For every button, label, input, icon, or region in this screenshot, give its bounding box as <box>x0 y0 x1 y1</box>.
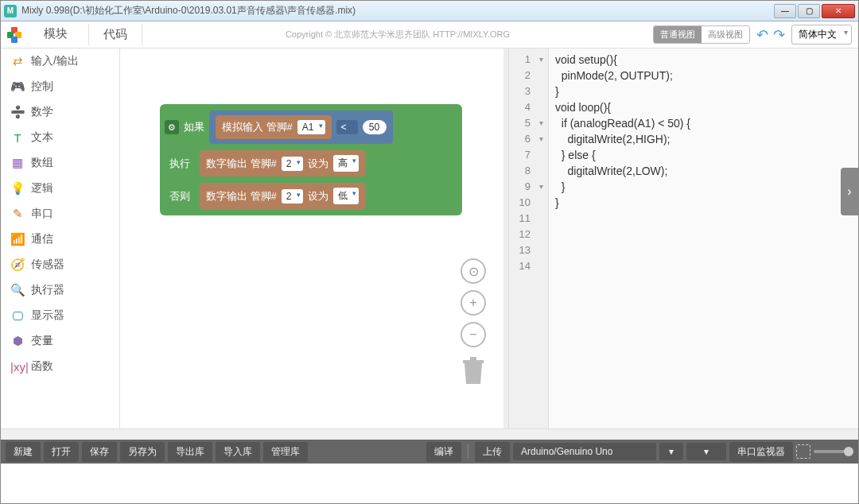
horizontal-scrollbar[interactable] <box>1 428 858 440</box>
category-label: 函数 <box>31 359 53 374</box>
category-icon: ▦ <box>10 156 25 170</box>
open-button[interactable]: 打开 <box>44 442 79 462</box>
zoom-slider[interactable] <box>814 450 853 453</box>
view-normal-button[interactable]: 普通视图 <box>654 26 702 43</box>
category-icon: ⬢ <box>10 334 25 348</box>
category-8[interactable]: 🧭传感器 <box>1 252 119 277</box>
if-block[interactable]: ⚙ 如果 模拟输入 管脚# A1 < 50 执行 <box>160 104 462 215</box>
analog-read-block[interactable]: 模拟输入 管脚# A1 <box>216 115 332 139</box>
exportlib-button[interactable]: 导出库 <box>168 442 212 462</box>
save-button[interactable]: 保存 <box>82 442 117 462</box>
block-program[interactable]: ⚙ 如果 模拟输入 管脚# A1 < 50 执行 <box>160 104 462 215</box>
upload-button[interactable]: 上传 <box>475 442 510 462</box>
category-7[interactable]: 📶通信 <box>1 227 119 252</box>
category-label: 文本 <box>31 130 53 145</box>
zoom-in-button[interactable]: + <box>461 290 486 316</box>
pin-select-2b[interactable]: 2 <box>282 189 303 204</box>
operator-select[interactable]: < <box>336 120 358 134</box>
serial-monitor-button[interactable]: 串口监视器 <box>729 442 793 462</box>
category-icon: ✎ <box>10 207 25 221</box>
zoom-out-button[interactable]: − <box>461 322 486 347</box>
category-label: 传感器 <box>31 258 64 272</box>
importlib-button[interactable]: 导入库 <box>216 442 260 462</box>
maximize-button[interactable]: ▢ <box>798 4 820 18</box>
language-select[interactable]: 简体中文 <box>791 25 852 45</box>
value-low[interactable]: 低 <box>333 188 359 204</box>
else-label: 否则 <box>169 189 190 204</box>
category-5[interactable]: 💡逻辑 <box>1 176 119 201</box>
category-icon: 🖵 <box>10 309 25 323</box>
pin-select-2a[interactable]: 2 <box>282 157 303 171</box>
trash-icon[interactable] <box>459 354 488 389</box>
category-4[interactable]: ▦数组 <box>1 150 119 176</box>
board-dropdown[interactable]: ▾ <box>659 443 683 460</box>
statusbar: 新建 打开 保存 另存为 导出库 导入库 管理库 编译 上传 Arduino/G… <box>1 440 858 463</box>
compare-block[interactable]: 模拟输入 管脚# A1 < 50 <box>209 110 393 144</box>
tab-blocks[interactable]: 模块 <box>29 23 82 46</box>
category-icon: 🔍 <box>10 283 25 297</box>
category-label: 执行器 <box>31 283 64 297</box>
undo-button[interactable]: ↶ <box>756 26 768 44</box>
minimize-button[interactable]: — <box>774 4 796 18</box>
category-icon: 💡 <box>10 181 25 196</box>
gear-icon[interactable]: ⚙ <box>165 120 179 134</box>
category-label: 数组 <box>31 156 53 170</box>
app-window: M Mixly 0.998(D:\初始化工作室\Arduino-0\2019.0… <box>0 0 859 504</box>
tab-code[interactable]: 代码 <box>88 24 142 45</box>
threshold-input[interactable]: 50 <box>363 120 387 134</box>
category-1[interactable]: 🎮控制 <box>1 74 119 99</box>
board-select[interactable]: Arduino/Genuino Uno <box>513 443 656 460</box>
category-icon: T <box>10 131 25 145</box>
category-label: 串口 <box>31 207 53 221</box>
pin-select-a1[interactable]: A1 <box>297 120 325 134</box>
category-label: 控制 <box>31 79 53 94</box>
category-2[interactable]: ➗数学 <box>1 99 119 125</box>
chip-icon <box>796 444 810 459</box>
category-label: 变量 <box>31 334 53 348</box>
digital-write-low[interactable]: 数字输出 管脚# 2 设为 低 <box>200 183 365 209</box>
category-11[interactable]: ⬢变量 <box>1 328 119 354</box>
center-button[interactable]: ⊙ <box>461 258 486 284</box>
compile-button[interactable]: 编译 <box>426 442 461 462</box>
category-icon: |xy| <box>10 360 25 374</box>
digital-write-high[interactable]: 数字输出 管脚# 2 设为 高 <box>200 150 365 176</box>
port-select[interactable]: ▾ <box>686 443 726 460</box>
category-12[interactable]: |xy|函数 <box>1 354 119 379</box>
category-3[interactable]: T文本 <box>1 125 119 150</box>
category-6[interactable]: ✎串口 <box>1 201 119 227</box>
view-advanced-button[interactable]: 高级视图 <box>702 26 749 43</box>
saveas-button[interactable]: 另存为 <box>120 442 165 462</box>
do-label: 执行 <box>169 157 190 171</box>
app-icon: M <box>4 5 17 17</box>
category-label: 显示器 <box>31 308 64 323</box>
if-label: 如果 <box>184 120 204 134</box>
code-text: void setup(){ pinMode(2, OUTPUT);}void l… <box>549 48 697 428</box>
close-button[interactable]: ✕ <box>822 4 855 18</box>
category-icon: 🧭 <box>10 258 25 272</box>
toolbar: 模块 代码 Copyright © 北京师范大学米思齐团队 HTTP://MIX… <box>1 21 858 48</box>
category-icon: ➗ <box>10 105 25 119</box>
category-icon: 📶 <box>10 232 25 246</box>
copyright-text: Copyright © 北京师范大学米思齐团队 HTTP://MIXLY.ORG <box>149 29 647 41</box>
titlebar: M Mixly 0.998(D:\初始化工作室\Arduino-0\2019.0… <box>1 1 858 21</box>
blockly-workspace[interactable]: ⚙ 如果 模拟输入 管脚# A1 < 50 执行 <box>120 48 503 428</box>
console-area <box>1 463 858 503</box>
category-icon: ⇄ <box>10 54 25 68</box>
category-sidebar: ⇄输入/输出🎮控制➗数学T文本▦数组💡逻辑✎串口📶通信🧭传感器🔍执行器🖵显示器⬢… <box>1 48 120 428</box>
managelib-button[interactable]: 管理库 <box>263 442 308 462</box>
category-label: 输入/输出 <box>31 54 79 68</box>
category-label: 通信 <box>31 232 53 246</box>
category-0[interactable]: ⇄输入/输出 <box>1 48 119 74</box>
main-area: ⇄输入/输出🎮控制➗数学T文本▦数组💡逻辑✎串口📶通信🧭传感器🔍执行器🖵显示器⬢… <box>1 48 858 428</box>
redo-button[interactable]: ↷ <box>773 26 785 44</box>
view-toggle: 普通视图 高级视图 <box>653 25 750 44</box>
category-10[interactable]: 🖵显示器 <box>1 303 119 328</box>
mixly-logo-icon <box>7 27 23 43</box>
code-pane: 1▾2345▾6▾789▾1011121314 void setup(){ pi… <box>508 48 858 428</box>
value-high[interactable]: 高 <box>333 155 359 172</box>
window-title: Mixly 0.998(D:\初始化工作室\Arduino-0\2019.03.… <box>21 4 774 17</box>
category-label: 数学 <box>31 105 53 119</box>
new-button[interactable]: 新建 <box>6 442 41 462</box>
side-expand-tab[interactable]: › <box>841 168 858 215</box>
category-9[interactable]: 🔍执行器 <box>1 277 119 303</box>
